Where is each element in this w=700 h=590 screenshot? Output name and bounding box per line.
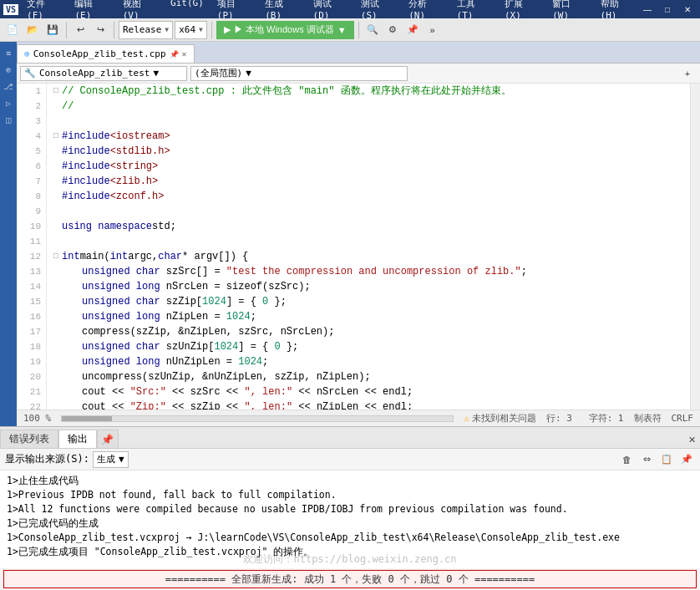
fold-1[interactable]: □	[53, 84, 58, 99]
editor-tabs: ⊕ ConsoleApp_zlib_test.cpp 📌 ✕	[17, 42, 700, 64]
header-5: <stdlib.h>	[110, 144, 170, 159]
tab-main-file[interactable]: ⊕ ConsoleApp_zlib_test.cpp 📌 ✕	[17, 44, 195, 63]
tab-pin-icon: 📌	[170, 50, 179, 58]
panel-wrap-button[interactable]: ⇔	[638, 451, 655, 468]
platform-dropdown[interactable]: x64 ▼	[175, 21, 207, 39]
menu-debug[interactable]: 调试(D)	[310, 0, 351, 21]
code-line-5: □ #include <stdlib.h>	[53, 144, 690, 159]
redo-button[interactable]: ↪	[91, 21, 109, 39]
scope-range-dropdown[interactable]: (全局范围) ▼	[190, 66, 408, 81]
tab-output[interactable]: 输出	[58, 430, 97, 448]
pin-button[interactable]: 📌	[403, 21, 422, 39]
output-line-2: 1>Previous IPDB not found, fall back to …	[7, 488, 693, 502]
panel-tabs: 错误列表 输出 📌 ✕	[0, 427, 700, 449]
menu-extensions[interactable]: 扩展(X)	[501, 0, 542, 21]
menu-view[interactable]: 视图(V)	[119, 0, 160, 21]
activity-git-icon[interactable]: ⎇	[1, 79, 16, 94]
line-num-22: 22	[17, 399, 41, 409]
code-indent-17: compress(szZip, &nZipLen, szSrc, nSrcLen…	[62, 324, 334, 339]
tab-filename: ConsoleApp_zlib_test.cpp	[33, 48, 166, 59]
debug-button[interactable]: ▶ ▶ 本地 Windows 调试器 ▼	[216, 21, 354, 39]
tab-close-button[interactable]: ✕	[182, 49, 187, 58]
code-line-1: □ // ConsoleApp_zlib_test.cpp : 此文件包含 "m…	[53, 84, 690, 99]
maximize-button[interactable]: □	[658, 3, 677, 16]
scope-bar: 🔧 ConsoleApp_zlib_test ▼ (全局范围) ▼ +	[17, 64, 700, 84]
menu-edit[interactable]: 编辑(E)	[71, 0, 112, 21]
line-num-6: 6	[17, 159, 41, 174]
output-source-dropdown[interactable]: 生成 ▼	[93, 451, 129, 468]
menu-git[interactable]: Git(G)	[167, 0, 207, 21]
more-btn[interactable]: »	[424, 21, 442, 39]
save-button[interactable]: 💾	[43, 21, 62, 39]
code-line-19: □ unsigned long nUnZipLen = 1024;	[53, 354, 690, 369]
tab-error-list[interactable]: 错误列表	[0, 430, 58, 448]
fold-4[interactable]: □	[53, 129, 58, 144]
minimize-button[interactable]: —	[638, 3, 657, 16]
tab-icon: ⊕	[24, 48, 30, 59]
bottom-panel: 错误列表 输出 📌 ✕ 显示输出来源(S): 生成 ▼ 🗑 ⇔ 📋 📌	[0, 426, 700, 590]
panel-clear-button[interactable]: 🗑	[618, 451, 635, 468]
code-line-7: □ #include <zlib.h>	[53, 174, 690, 189]
editor-scrollbar[interactable]	[690, 84, 700, 409]
search-toolbar-button[interactable]: 🔍	[363, 21, 382, 39]
header-4: <iostream>	[110, 129, 170, 144]
panel-toolbar: 显示输出来源(S): 生成 ▼ 🗑 ⇔ 📋 📌	[0, 449, 700, 470]
status-scrollbar	[61, 415, 454, 422]
menu-project[interactable]: 项目(P)	[214, 0, 255, 21]
menu-window[interactable]: 窗口(W)	[549, 0, 590, 21]
line-num-5: 5	[17, 144, 41, 159]
panel-close-button[interactable]: ✕	[683, 431, 700, 448]
output-source-arrow: ▼	[119, 454, 124, 465]
problems-text: 未找到相关问题	[472, 412, 536, 425]
open-button[interactable]: 📂	[23, 21, 42, 39]
settings-button[interactable]: ⚙	[383, 21, 402, 39]
code-editor[interactable]: 1 2 3 4 5 6 7 8 9 10 11 12 13 14	[17, 84, 700, 409]
line-num-11: 11	[17, 234, 41, 249]
code-line-16: □ unsigned long nZipLen = 1024;	[53, 309, 690, 324]
scope-nav-button[interactable]: +	[678, 66, 697, 81]
panel-pin-btn[interactable]: 📌	[678, 451, 695, 468]
argc: argc,	[128, 249, 158, 264]
code-line-4: □ #include <iostream>	[53, 129, 690, 144]
code-line-14: □ unsigned long nSrcLen = sizeof(szSrc);	[53, 279, 690, 294]
code-line-12: □ int main(int argc, char* argv[]) {	[53, 249, 690, 264]
warning-icon: ⚠	[464, 413, 469, 424]
ns-std: std;	[152, 219, 176, 234]
new-file-button[interactable]: 📄	[3, 21, 22, 39]
undo-button[interactable]: ↩	[71, 21, 89, 39]
code-comment-1: // ConsoleApp_zlib_test.cpp : 此文件包含 "mai…	[62, 84, 511, 99]
code-line-9	[53, 204, 690, 219]
tab-panel-pin[interactable]: 📌	[97, 430, 119, 448]
config-arrow: ▼	[165, 26, 169, 33]
include-5: #include	[62, 144, 110, 159]
line-num-8: 8	[17, 189, 41, 204]
scroll-thumb[interactable]	[62, 416, 112, 421]
rebuild-summary-bar: ========== 全部重新生成: 成功 1 个，失败 0 个，跳过 0 个 …	[3, 570, 697, 588]
fold-12[interactable]: □	[53, 249, 58, 264]
activity-search-icon[interactable]: ⊕	[1, 62, 16, 77]
menu-file[interactable]: 文件(F)	[23, 0, 64, 21]
line-num-1: 1	[17, 84, 41, 99]
config-dropdown[interactable]: Release ▼	[119, 21, 173, 39]
activity-debug-icon[interactable]: ▷	[1, 95, 16, 110]
debug-label: ▶ 本地 Windows 调试器	[234, 23, 334, 36]
editor-status-bar: 100 % ⚠ 未找到相关问题 行: 3 字符: 1 制表符	[17, 409, 700, 426]
output-line-1: 1>止住生成代码	[7, 474, 693, 488]
line-num-10: 10	[17, 219, 41, 234]
separator-2	[114, 22, 114, 38]
menu-help[interactable]: 帮助(H)	[597, 0, 638, 21]
menu-test[interactable]: 测试(S)	[358, 0, 398, 21]
include-6: #include	[62, 159, 110, 174]
argv: * argv[]) {	[182, 249, 248, 264]
scope-file-dropdown[interactable]: 🔧 ConsoleApp_zlib_test ▼	[20, 66, 187, 81]
output-content: 1>止住生成代码 1>Previous IPDB not found, fall…	[0, 470, 700, 568]
activity-extensions-icon[interactable]: ◫	[1, 112, 16, 127]
menu-tools[interactable]: 工具(T)	[454, 0, 495, 21]
menu-analyze[interactable]: 分析(N)	[405, 0, 446, 21]
menu-build[interactable]: 生成(B)	[261, 0, 302, 21]
activity-explorer-icon[interactable]: ≡	[1, 45, 16, 60]
func-main: main(	[80, 249, 110, 264]
panel-copy-button[interactable]: 📋	[658, 451, 675, 468]
separator-4	[358, 22, 359, 38]
close-button[interactable]: ✕	[678, 3, 697, 16]
